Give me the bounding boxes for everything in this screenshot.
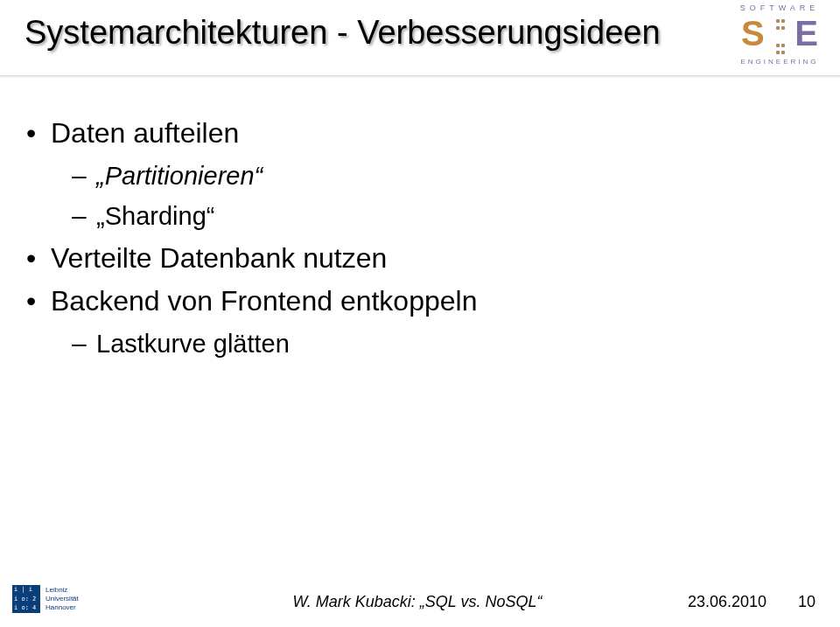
title-divider — [0, 75, 840, 79]
logo-mark: S E — [736, 14, 823, 56]
logo-letter-e: E — [794, 14, 818, 53]
bullet-3: Backend von Frontend entkoppeln Lastkurv… — [26, 280, 814, 364]
footer-talk-title: SQL vs. NoSQL — [420, 593, 542, 610]
slide-footer: i | i i o: 2 i o: 4 Leibniz Universität … — [12, 580, 822, 617]
logo-bottom-word: ENGINEERING — [732, 58, 828, 66]
slide-content: Daten aufteilen Partitionieren Sharding … — [26, 112, 814, 364]
bullet-1-text: Daten aufteilen — [51, 117, 239, 149]
bullet-1-sub-2: Sharding — [72, 196, 814, 237]
bullet-1-sub-1-text: Partitionieren — [96, 162, 262, 190]
footer-date: 23.06.2010 — [688, 593, 766, 611]
bullet-3-text: Backend von Frontend entkoppeln — [51, 285, 477, 317]
bullet-3-sub-1: Lastkurve glätten — [72, 324, 814, 365]
bullet-1-sub-2-text: Sharding — [96, 202, 214, 230]
footer-page-number: 10 — [798, 593, 816, 611]
bullet-2: Verteilte Datenbank nutzen — [26, 237, 814, 281]
footer-author: W. Mark Kubacki: — [292, 593, 419, 610]
logo-top-word: SOFTWARE — [732, 3, 828, 12]
slide-title: Systemarchitekturen - Verbesserungsideen — [24, 14, 661, 52]
uni-mark-row-1: i | i — [14, 587, 38, 593]
bullet-1-sub-1: Partitionieren — [72, 156, 814, 197]
bullet-3-sub-1-text: Lastkurve glätten — [96, 330, 290, 358]
bullet-1: Daten aufteilen Partitionieren Sharding — [26, 112, 814, 237]
se-logo: SOFTWARE S E ENGINEERING — [732, 3, 828, 66]
slide: Systemarchitekturen - Verbesserungsideen… — [0, 0, 840, 627]
bullet-2-text: Verteilte Datenbank nutzen — [51, 242, 387, 274]
logo-letter-s: S — [741, 14, 765, 53]
